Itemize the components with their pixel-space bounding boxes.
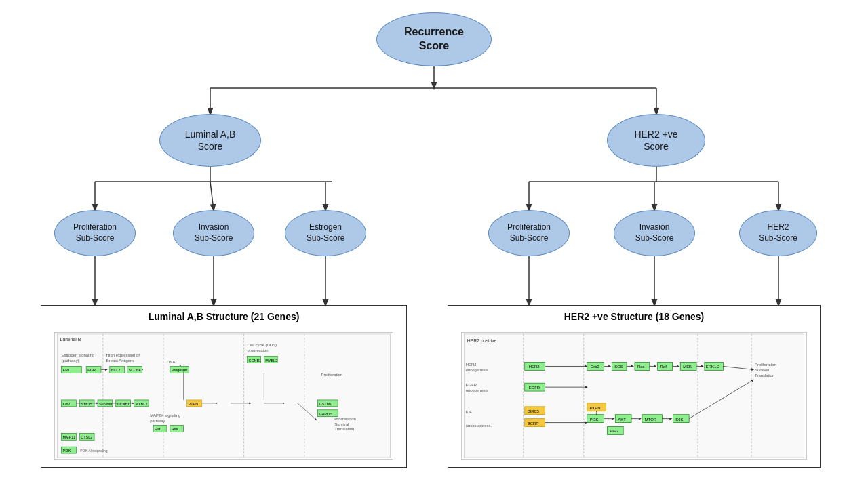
- svg-text:MEK: MEK: [683, 365, 692, 369]
- node-invasion-luminal: Invasion Sub-Score: [173, 210, 254, 256]
- svg-text:MYBL2: MYBL2: [135, 402, 147, 406]
- svg-text:Raf: Raf: [660, 365, 667, 369]
- luminal-box-diagram: Luminal B Estrogen signaling (pathway) E…: [41, 325, 406, 467]
- svg-text:oncogenesis: oncogenesis: [466, 388, 488, 392]
- svg-text:PIP2: PIP2: [610, 429, 618, 433]
- svg-text:GSTM1: GSTM1: [319, 402, 332, 406]
- svg-text:Translation: Translation: [755, 373, 774, 378]
- svg-text:MYBL2: MYBL2: [265, 359, 277, 363]
- her2-pathway-svg: HER2 positive HER2 oncogenesis EGFR onco…: [461, 332, 807, 460]
- svg-text:Proliferation: Proliferation: [334, 417, 356, 421]
- svg-line-8: [210, 182, 214, 210]
- svg-text:oncosuppress.: oncosuppress.: [466, 424, 492, 428]
- svg-text:Ras: Ras: [637, 365, 645, 369]
- node-invasion-her2: Invasion Sub-Score: [614, 210, 695, 256]
- svg-text:oncogenesis: oncogenesis: [466, 368, 488, 372]
- svg-text:progression: progression: [248, 348, 269, 352]
- node-luminal-label: Luminal A,B Score: [185, 128, 236, 152]
- diagram: Recurrence Score Luminal A,B Score HER2 …: [0, 0, 868, 488]
- svg-text:Proliferation: Proliferation: [755, 363, 776, 367]
- svg-text:Luminal B: Luminal B: [60, 337, 81, 342]
- svg-text:PTPN: PTPN: [189, 402, 199, 406]
- node-invasion-luminal-label: Invasion Sub-Score: [195, 222, 233, 243]
- node-estrogen-label: Estrogen Sub-Score: [307, 222, 345, 243]
- her2-structure-box: HER2 +ve Structure (18 Genes) HER2 posit…: [448, 305, 821, 468]
- svg-text:DNA: DNA: [167, 360, 176, 364]
- node-luminal-score: Luminal A,B Score: [159, 114, 261, 167]
- svg-text:Raf: Raf: [155, 427, 161, 431]
- svg-text:SCUBE2: SCUBE2: [129, 368, 144, 372]
- svg-text:HER2: HER2: [466, 363, 477, 367]
- svg-text:PGR: PGR: [87, 368, 96, 372]
- svg-text:EGFR: EGFR: [529, 386, 540, 390]
- svg-text:S6K: S6K: [675, 418, 683, 422]
- svg-text:EGFR: EGFR: [466, 383, 477, 387]
- svg-text:GAPDH: GAPDH: [319, 412, 332, 416]
- node-estrogen-subscore: Estrogen Sub-Score: [285, 210, 366, 256]
- svg-text:AKT: AKT: [618, 418, 626, 422]
- svg-text:CTSL2: CTSL2: [81, 435, 92, 439]
- svg-text:Grb2: Grb2: [591, 365, 599, 369]
- node-prolif-her2: Proliferation Sub-Score: [488, 210, 570, 256]
- svg-text:Proliferation: Proliferation: [321, 373, 342, 377]
- node-her2-subscore: HER2 Sub-Score: [739, 210, 817, 256]
- node-invasion-her2-label: Invasion Sub-Score: [635, 222, 674, 243]
- svg-text:Progester..: Progester..: [172, 368, 190, 372]
- svg-text:MTOR: MTOR: [645, 418, 656, 422]
- luminal-pathway-svg: Luminal B Estrogen signaling (pathway) E…: [54, 332, 393, 460]
- svg-rect-91: [465, 334, 804, 458]
- svg-text:PI3K: PI3K: [63, 449, 71, 453]
- svg-text:High expression of: High expression of: [106, 353, 140, 357]
- svg-text:BCL2: BCL2: [111, 368, 121, 372]
- luminal-structure-box: Luminal A,B Structure (21 Genes) Luminal…: [41, 305, 407, 468]
- node-root-label: Recurrence Score: [404, 25, 464, 54]
- svg-text:ERK1,2: ERK1,2: [706, 365, 719, 369]
- svg-text:Ki67: Ki67: [63, 402, 71, 406]
- svg-text:(pathway): (pathway): [62, 359, 79, 363]
- svg-text:MMP11: MMP11: [63, 435, 76, 439]
- svg-text:Estrogen signaling: Estrogen signaling: [62, 353, 95, 357]
- svg-text:Ras: Ras: [172, 427, 178, 431]
- svg-text:Survival: Survival: [334, 422, 349, 426]
- node-prolif-her2-label: Proliferation Sub-Score: [507, 222, 551, 243]
- svg-text:Cell cycle (DDS): Cell cycle (DDS): [248, 343, 277, 347]
- luminal-box-title: Luminal A,B Structure (21 Genes): [149, 311, 300, 322]
- her2-box-diagram: HER2 positive HER2 oncogenesis EGFR onco…: [448, 325, 820, 467]
- svg-text:Survival: Survival: [755, 368, 769, 372]
- node-prolif-luminal: Proliferation Sub-Score: [54, 210, 136, 256]
- node-prolif-luminal-label: Proliferation Sub-Score: [73, 222, 117, 243]
- svg-text:ER1: ER1: [63, 368, 71, 372]
- svg-text:PI3K-Akt signaling: PI3K-Akt signaling: [80, 449, 108, 453]
- svg-text:KIF: KIF: [466, 410, 473, 414]
- node-her2-label: HER2 +ve Score: [634, 128, 677, 152]
- svg-text:HER2 positive: HER2 positive: [467, 338, 497, 344]
- svg-text:BIRC5: BIRC5: [528, 409, 540, 413]
- svg-text:CCNB1: CCNB1: [117, 402, 130, 406]
- svg-text:PTEN: PTEN: [590, 406, 601, 410]
- svg-text:HER2: HER2: [529, 365, 540, 369]
- svg-text:BCRP: BCRP: [528, 422, 539, 426]
- svg-text:Survivin: Survivin: [99, 402, 112, 406]
- node-her2-score: HER2 +ve Score: [607, 114, 705, 167]
- node-recurrence-score: Recurrence Score: [376, 12, 492, 66]
- her2-box-title: HER2 +ve Structure (18 Genes): [564, 311, 705, 322]
- node-her2-subscore-label: HER2 Sub-Score: [759, 222, 797, 243]
- svg-text:CCNB1: CCNB1: [249, 359, 261, 363]
- svg-text:MAP2K signaling: MAP2K signaling: [150, 413, 180, 418]
- svg-text:Breast Antigens: Breast Antigens: [106, 359, 135, 363]
- svg-text:pathway: pathway: [150, 419, 165, 423]
- svg-text:PI3K: PI3K: [590, 418, 599, 422]
- svg-text:STK15: STK15: [81, 402, 92, 406]
- svg-text:Translation: Translation: [334, 427, 354, 431]
- svg-text:SOS: SOS: [614, 365, 623, 369]
